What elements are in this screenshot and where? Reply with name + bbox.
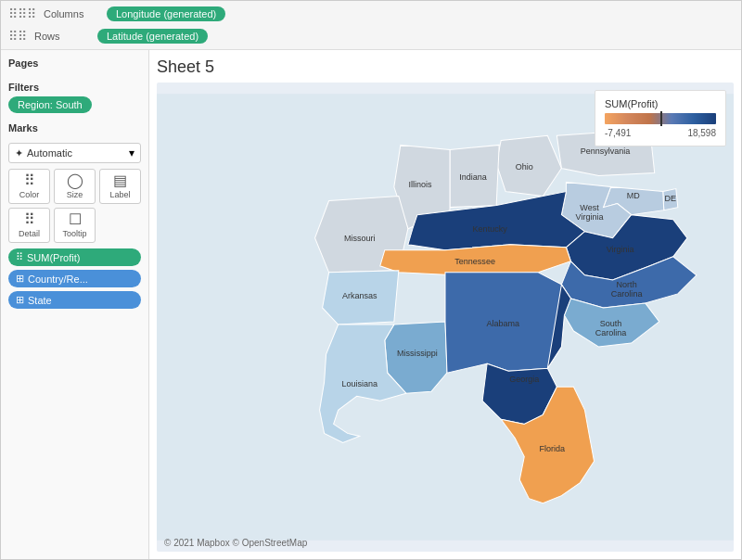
pages-title: Pages [8,57,141,69]
rows-drag-icon: ⠿⠿ [8,29,27,44]
alabama-shape[interactable] [445,273,564,373]
state-pill[interactable]: ⊞ State [8,291,141,309]
rows-label: Rows [34,31,90,42]
filters-title: Filters [8,82,141,93]
sheet-title: Sheet 5 [157,57,734,77]
indiana-shape [450,145,499,207]
arkansas-shape[interactable] [323,271,399,325]
detail-icon: ⠿ [24,212,35,227]
legend-gradient [605,113,716,124]
label-icon: ▤ [113,173,127,188]
marks-buttons-grid: ⠿ Color ◯ Size ▤ Label ⠿ Detail [8,169,141,243]
field-pills: ⠿ SUM(Profit) ⊞ Country/Re... ⊞ State [8,248,141,309]
label-label: Label [109,190,130,199]
dimension-icon-1: ⊞ [16,273,24,285]
left-panel: Pages Filters Region: South Marks ✦ Auto… [1,50,149,559]
columns-row: ⠿⠿⠿ Columns Longitude (generated) [8,5,734,23]
rows-row: ⠿⠿ Rows Latitude (generated) [8,27,734,45]
toolbar: ⠿⠿⠿ Columns Longitude (generated) ⠿⠿ Row… [1,1,741,50]
sum-profit-label: SUM(Profit) [27,252,80,263]
size-button[interactable]: ◯ Size [54,169,96,204]
longitude-pill[interactable]: Longitude (generated) [107,6,225,21]
region-filter-pill[interactable]: Region: South [8,96,92,113]
chevron-down-icon: ▾ [129,146,134,159]
latitude-pill[interactable]: Latitude (generated) [97,29,208,44]
map-content[interactable]: Ohio Pennsylvania Indiana Illinois [157,83,734,552]
legend-max: 18,598 [687,128,716,138]
sum-profit-pill[interactable]: ⠿ SUM(Profit) [8,248,141,266]
map-copyright: © 2021 Mapbox © OpenStreetMap [164,538,307,548]
map-area: Sheet 5 Ohio Pennsylvania [149,50,741,559]
marks-dropdown-label-text: Automatic [27,147,72,159]
tooltip-button[interactable]: ☐ Tooltip [54,208,96,243]
size-icon: ◯ [67,173,83,188]
legend-min: -7,491 [605,128,631,138]
size-label: Size [67,190,83,199]
label-button[interactable]: ▤ Label [99,169,141,204]
automatic-icon: ✦ [15,147,23,159]
profit-legend: SUM(Profit) -7,491 18,598 [595,90,726,146]
map-svg: Ohio Pennsylvania Indiana Illinois [157,83,734,552]
marks-type-dropdown[interactable]: ✦ Automatic ▾ [8,143,141,163]
detail-button[interactable]: ⠿ Detail [8,208,50,243]
main-layout: Pages Filters Region: South Marks ✦ Auto… [1,50,741,559]
tooltip-icon: ☐ [69,212,82,227]
color-label: Color [19,190,40,199]
columns-drag-icon: ⠿⠿⠿ [8,6,36,21]
marks-title: Marks [8,122,141,134]
tooltip-label: Tooltip [62,229,86,238]
color-button[interactable]: ⠿ Color [8,169,50,204]
filters-section: Filters Region: South [8,82,141,113]
state-label: State [28,295,52,306]
measure-icon: ⠿ [16,251,23,263]
country-region-label: Country/Re... [28,274,88,285]
legend-labels: -7,491 18,598 [605,128,716,138]
pages-section: Pages [8,57,141,72]
detail-label: Detail [19,229,40,238]
legend-marker [660,111,662,126]
marks-section: Marks ✦ Automatic ▾ ⠿ Color ◯ [8,122,141,309]
delaware-shape [663,189,678,210]
dimension-icon-2: ⊞ [16,294,24,306]
country-region-pill[interactable]: ⊞ Country/Re... [8,270,141,287]
color-dots-icon: ⠿ [24,173,35,188]
legend-title: SUM(Profit) [605,98,716,109]
columns-label: Columns [44,8,99,19]
